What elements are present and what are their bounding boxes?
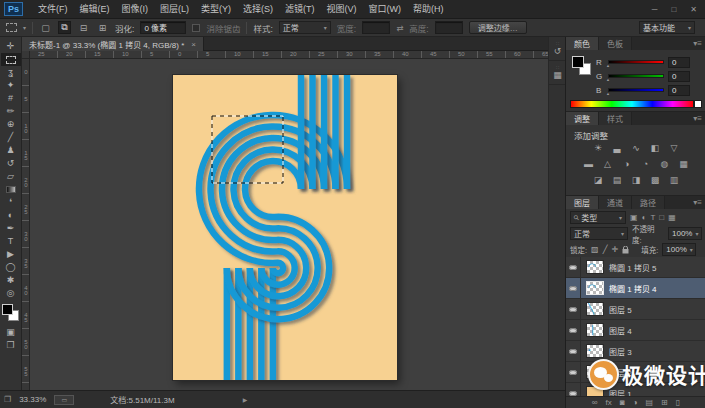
hand-tool-icon[interactable]: ✱ [1,274,21,287]
color-lookup-icon[interactable]: ▦ [678,158,690,169]
exposure-icon[interactable]: ◧ [649,142,661,153]
layer-row[interactable]: ◠椭圆 1 拷贝 4 [566,278,705,299]
screen-mode-icon[interactable]: ❐ [4,395,11,404]
menu-item[interactable]: 选择(S) [237,0,279,19]
gradient-map-icon[interactable]: ▥ [668,174,680,185]
posterize-icon[interactable]: ▤ [611,174,623,185]
layer-visibility-toggle[interactable] [566,257,581,278]
feather-input[interactable]: 0 像素 [140,21,186,34]
add-to-selection-icon[interactable]: ⧉ [58,21,71,34]
brush-tool-icon[interactable]: ╱ [1,131,21,144]
menu-item[interactable]: 图像(I) [116,0,155,19]
gradient-tool-icon[interactable] [1,183,21,196]
lasso-tool-icon[interactable]: ʓ [1,66,21,79]
levels-icon[interactable]: ▃ [611,142,623,153]
vibrance-icon[interactable]: ▽ [668,142,680,153]
tool-preset-icon[interactable] [6,23,17,32]
zoom-level[interactable]: 33.33% [19,395,46,404]
maximize-button[interactable]: □ [671,5,676,14]
layer-name[interactable]: 椭圆 1 拷贝 5 [609,262,657,273]
color-tab[interactable]: 颜色 [566,37,599,50]
rectangular-marquee-tool-icon[interactable] [1,53,21,66]
delete-layer-icon[interactable]: ▯ [676,398,680,407]
layer-visibility-toggle[interactable] [566,299,581,320]
channel-value-input[interactable]: 0 [668,71,690,82]
adjustments-tab[interactable]: 样式 [599,112,632,125]
history-panel-button[interactable]: ∷↺ [549,37,566,61]
swap-dimensions-icon[interactable]: ⇄ [396,23,403,33]
minimize-button[interactable]: ─ [652,5,658,14]
filter-pixel-layers-icon[interactable]: ▣ [630,213,638,222]
document-tab[interactable]: 未标题-1 @ 33.3% (椭圆 1 拷贝 4, RGB/8) * × [22,37,204,51]
slider-marker-icon[interactable]: ▲ [606,91,610,96]
color-tab[interactable]: 色板 [599,37,632,50]
panel-menu-icon[interactable]: ▾≡ [693,196,705,209]
slider-marker-icon[interactable]: ▲ [606,77,610,82]
menu-item[interactable]: 图层(L) [154,0,195,19]
antialias-checkbox[interactable] [192,24,200,32]
menu-item[interactable]: 类型(Y) [195,0,237,19]
layer-row[interactable]: ╲图层 5 [566,299,705,320]
layer-thumbnail[interactable]: ❘ [586,323,604,337]
blend-mode-select[interactable]: 正常▾ [570,227,628,240]
foreground-color-swatch[interactable] [2,304,13,315]
dodge-tool-icon[interactable]: ◐ [1,209,21,222]
document-canvas[interactable] [173,75,397,380]
hue-saturation-icon[interactable]: ▬ [583,158,595,169]
curves-icon[interactable]: ∿ [630,142,642,153]
channel-slider[interactable] [608,88,664,92]
channel-value-input[interactable]: 0 [668,57,690,68]
layer-thumbnail[interactable]: ◠ [586,281,604,295]
history-brush-tool-icon[interactable]: ↺ [1,157,21,170]
height-input[interactable] [435,21,463,34]
brightness-contrast-icon[interactable]: ☀ [592,142,604,153]
foreground-color-swatch[interactable] [572,56,584,68]
layer-visibility-toggle[interactable] [566,320,581,341]
menu-item[interactable]: 编辑(E) [74,0,116,19]
adjustments-tab[interactable]: 调整 [566,112,599,125]
subtract-from-selection-icon[interactable]: ⊟ [77,21,90,34]
color-balance-icon[interactable]: △ [602,158,614,169]
quick-selection-tool-icon[interactable]: ✦ [1,79,21,92]
threshold-icon[interactable]: ◨ [630,174,642,185]
selective-color-icon[interactable]: ▩ [649,174,661,185]
layer-filter-select[interactable]: ⚲ 类型 ▾ [570,211,626,224]
panel-menu-icon[interactable]: ▾≡ [693,112,705,125]
panel-menu-icon[interactable]: ▾≡ [693,37,705,50]
workspace-select[interactable]: 基本功能▾ [639,21,695,34]
filter-smart-objects-icon[interactable]: ▦ [668,213,676,222]
path-selection-tool-icon[interactable]: ▶ [1,248,21,261]
pen-tool-icon[interactable]: ✒ [1,222,21,235]
layer-name[interactable]: 图层 4 [609,325,632,336]
close-tab-icon[interactable]: × [191,40,196,49]
layer-thumbnail[interactable]: ╲ [586,302,604,316]
close-button[interactable]: ✕ [690,5,697,14]
menu-item[interactable]: 滤镜(T) [279,0,321,19]
preset-dropdown-icon[interactable]: ▾ [23,24,26,31]
foreground-background-swatches[interactable] [2,304,20,322]
channel-slider[interactable] [608,60,664,64]
invert-icon[interactable]: ◪ [592,174,604,185]
lock-position-icon[interactable]: ✛ [611,245,618,254]
layer-row[interactable]: ❘图层 4 [566,320,705,341]
clone-stamp-tool-icon[interactable]: ♟ [1,144,21,157]
layer-name[interactable]: 椭圆 1 拷贝 4 [609,283,657,294]
photo-filter-icon[interactable]: ◔ [640,158,652,169]
channel-slider[interactable] [608,74,664,78]
color-spectrum-bar[interactable] [570,100,694,108]
layers-tab[interactable]: 图层 [566,196,599,209]
link-layers-icon[interactable]: ∞ [592,398,598,407]
quick-mask-icon[interactable]: ▣ [1,326,21,339]
crop-tool-icon[interactable]: # [1,92,21,105]
layers-tab[interactable]: 路径 [632,196,665,209]
channel-value-input[interactable]: 0 [668,85,690,96]
refine-edge-button[interactable]: 调整边缘… [469,21,527,34]
menu-item[interactable]: 视图(V) [321,0,363,19]
healing-brush-tool-icon[interactable]: ⊕ [1,118,21,131]
eyedropper-tool-icon[interactable]: ✏ [1,105,21,118]
adjustment-layer-icon[interactable]: ◑ [633,398,638,407]
layer-visibility-toggle[interactable] [566,278,581,299]
lock-all-icon[interactable] [622,246,629,254]
layer-thumbnail[interactable]: ◠ [586,260,604,274]
intersect-selection-icon[interactable]: ⊞ [96,21,109,34]
